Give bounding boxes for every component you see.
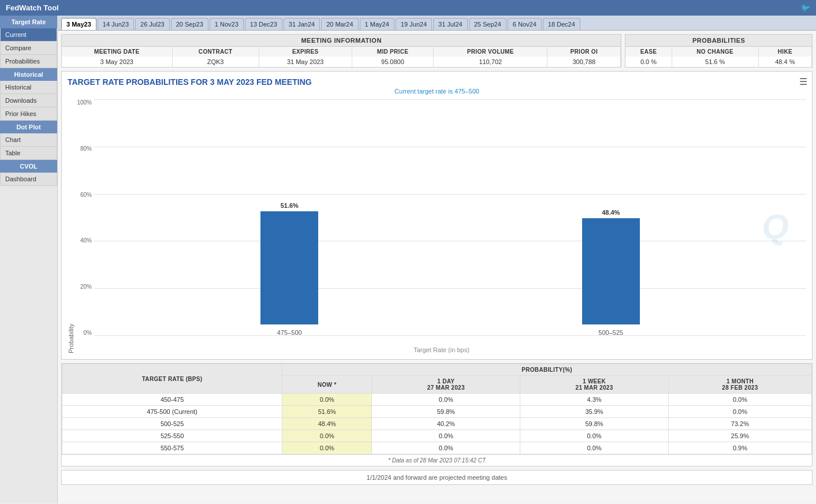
col-ease: EASE (625, 47, 672, 57)
meeting-info-header: MEETING INFORMATION (62, 35, 621, 47)
ease-val: 0.0 % (625, 57, 672, 67)
x-axis-title: Target Rate (in bps) (413, 346, 470, 353)
tab-31jul24[interactable]: 31 Jul24 (433, 18, 468, 30)
sidebar-cvol-header[interactable]: CVOL (0, 160, 57, 173)
col-prior-oi: PRIOR OI (547, 47, 621, 57)
rate-525-550: 525-550 (62, 430, 282, 442)
prior-oi-val: 300,788 (547, 57, 621, 67)
mid-price-val: 95.0800 (352, 57, 434, 67)
1month-500-525: 73.2% (668, 418, 811, 430)
hike-val: 48.4 % (758, 57, 811, 67)
1day-525-550: 0.0% (372, 430, 520, 442)
bar-475-500 (260, 211, 318, 324)
prob-header-target-rate: TARGET RATE (BPS) (62, 364, 282, 394)
main-content: MEETING INFORMATION MEETING DATE CONTRAC… (58, 31, 816, 503)
tab-20mar24[interactable]: 20 Mar24 (321, 18, 358, 30)
sidebar-historical-header[interactable]: Historical (0, 68, 57, 81)
1day-450-475: 0.0% (372, 394, 520, 406)
1week-450-475: 4.3% (520, 394, 669, 406)
1month-525-550: 25.9% (668, 430, 811, 442)
sidebar-item-dashboard[interactable]: Dashboard (0, 173, 57, 186)
table-row: 450-475 0.0% 0.0% 4.3% 0.0% (62, 394, 812, 406)
rate-475-500: 475-500 (Current) (62, 406, 282, 418)
y-label-20: 20% (80, 283, 92, 290)
sidebar-item-compare[interactable]: Compare (0, 42, 57, 55)
now-450-475: 0.0% (282, 394, 372, 406)
bar1-value-label: 51.6% (281, 202, 299, 209)
1week-550-575: 0.0% (520, 442, 669, 454)
meeting-info-box: MEETING INFORMATION MEETING DATE CONTRAC… (61, 34, 621, 68)
table-row: 475-500 (Current) 51.6% 59.8% 35.9% 0.0% (62, 406, 812, 418)
1month-550-575: 0.9% (668, 442, 811, 454)
1week-500-525: 59.8% (520, 418, 669, 430)
tab-14jun23[interactable]: 14 Jun23 (98, 18, 134, 30)
1week-525-550: 0.0% (520, 430, 669, 442)
prob-col-now: NOW * (282, 376, 372, 394)
chart-title: TARGET RATE PROBABILITIES FOR 3 MAY 2023… (68, 77, 806, 87)
table-row: 550-575 0.0% 0.0% 0.0% 0.9% (62, 442, 812, 454)
1day-500-525: 40.2% (372, 418, 520, 430)
y-label-0: 0% (84, 330, 92, 336)
bottom-note: 1/1/2024 and forward are projected meeti… (61, 470, 813, 485)
tab-3may23[interactable]: 3 May23 (61, 18, 96, 30)
tab-20sep23[interactable]: 20 Sep23 (171, 18, 208, 30)
prob-col-1month: 1 MONTH28 FEB 2023 (668, 376, 811, 394)
prob-col-1week: 1 WEEK21 MAR 2023 (520, 376, 669, 394)
col-prior-volume: PRIOR VOLUME (434, 47, 547, 57)
tab-19jun24[interactable]: 19 Jun24 (396, 18, 432, 30)
sidebar-item-downloads[interactable]: Downloads (0, 94, 57, 107)
sidebar: Target Rate Current Compare Probabilitie… (0, 16, 58, 503)
y-label-100: 100% (77, 99, 92, 106)
sidebar-dot-plot-header[interactable]: Dot Plot (0, 121, 57, 133)
tab-1nov23[interactable]: 1 Nov23 (210, 18, 244, 30)
bar2-x-label: 500–525 (598, 329, 623, 336)
chart-menu-icon[interactable]: ☰ (799, 76, 807, 87)
y-labels: 100% 80% 60% 40% 20% 0% (77, 99, 94, 336)
app-title: FedWatch Tool (6, 3, 59, 12)
sidebar-item-historical[interactable]: Historical (0, 81, 57, 94)
y-label-40: 40% (80, 237, 92, 244)
bar2-value-label: 48.4% (602, 209, 620, 216)
contract-val: ZQK3 (172, 57, 259, 67)
bar-500-525 (582, 218, 640, 324)
prob-col-1day: 1 DAY27 MAR 2023 (372, 376, 520, 394)
sidebar-item-current[interactable]: Current (0, 28, 57, 42)
1week-475-500: 35.9% (520, 406, 669, 418)
rate-550-575: 550-575 (62, 442, 282, 454)
sidebar-item-probabilities[interactable]: Probabilities (0, 55, 57, 68)
bar-group-475-500: 51.6%475–500 (260, 202, 318, 336)
bar1-x-label: 475–500 (277, 329, 302, 336)
tab-26jul23[interactable]: 26 Jul23 (135, 18, 170, 30)
tab-13dec23[interactable]: 13 Dec23 (245, 18, 282, 30)
sidebar-item-table[interactable]: Table (0, 147, 57, 160)
prob-table: TARGET RATE (BPS) PROBABILITY(%) NOW * 1… (62, 364, 812, 454)
probabilities-header: PROBABILITIES (625, 35, 812, 47)
bars-area: 51.6%475–50048.4%500–525 (94, 99, 806, 336)
prior-volume-val: 110,702 (434, 57, 547, 67)
sidebar-item-prior-hikes[interactable]: Prior Hikes (0, 107, 57, 121)
twitter-icon[interactable]: 🐦 (801, 3, 810, 12)
now-500-525: 48.4% (282, 418, 372, 430)
tab-1may24[interactable]: 1 May24 (360, 18, 394, 30)
tab-31jan24[interactable]: 31 Jan24 (284, 18, 320, 30)
1day-475-500: 59.8% (372, 406, 520, 418)
tab-18dec24[interactable]: 18 Dec24 (543, 18, 580, 30)
table-row: 500-525 48.4% 40.2% 59.8% 73.2% (62, 418, 812, 430)
chart-section: TARGET RATE PROBABILITIES FOR 3 MAY 2023… (61, 71, 813, 360)
tab-25sep24[interactable]: 25 Sep24 (469, 18, 506, 30)
rate-450-475: 450-475 (62, 394, 282, 406)
y-axis-label: Probability (68, 99, 74, 353)
sidebar-item-chart[interactable]: Chart (0, 133, 57, 147)
y-label-60: 60% (80, 192, 92, 198)
now-525-550: 0.0% (282, 430, 372, 442)
col-contract: CONTRACT (172, 47, 259, 57)
now-475-500: 51.6% (282, 406, 372, 418)
sidebar-target-rate-header[interactable]: Target Rate (0, 16, 57, 28)
tab-6nov24[interactable]: 6 Nov24 (508, 18, 542, 30)
meeting-date-val: 3 May 2023 (62, 57, 172, 67)
col-hike: HIKE (758, 47, 811, 57)
col-expires: EXPIRES (259, 47, 352, 57)
1month-475-500: 0.0% (668, 406, 811, 418)
y-label-80: 80% (80, 145, 92, 152)
meeting-section: MEETING INFORMATION MEETING DATE CONTRAC… (61, 34, 813, 68)
